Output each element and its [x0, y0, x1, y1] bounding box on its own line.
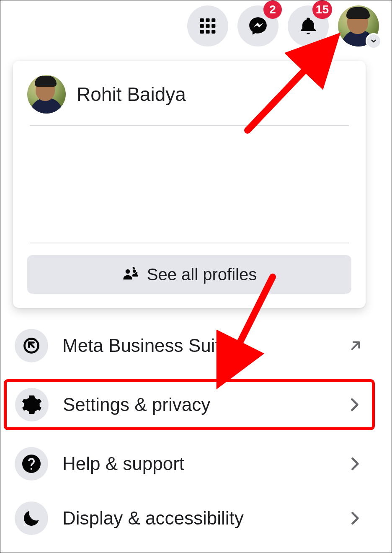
account-menu-list: Meta Business Suite Settings & privacy H…	[3, 308, 376, 541]
svg-rect-6	[200, 30, 204, 34]
notifications-badge: 15	[312, 0, 332, 19]
menu-item-meta-business-suite[interactable]: Meta Business Suite	[6, 323, 372, 368]
svg-rect-2	[211, 18, 215, 22]
notifications-button[interactable]: 15	[288, 5, 329, 47]
profile-spacer	[27, 126, 351, 243]
chevron-right-icon	[346, 509, 364, 527]
see-all-profiles-button[interactable]: See all profiles	[27, 255, 351, 294]
menu-item-label: Meta Business Suite	[62, 335, 333, 356]
svg-rect-4	[206, 24, 209, 28]
profile-link[interactable]: Rohit Baidya	[27, 75, 351, 125]
chevron-right-icon	[345, 395, 364, 414]
svg-point-10	[133, 269, 136, 273]
profile-name: Rohit Baidya	[77, 83, 186, 106]
meta-icon	[15, 329, 48, 362]
topbar: 2 15	[0, 0, 392, 47]
svg-rect-1	[206, 18, 209, 22]
messenger-badge: 2	[263, 0, 282, 19]
chevron-down-icon	[370, 37, 377, 45]
menu-item-help-support[interactable]: Help & support	[6, 441, 372, 486]
svg-rect-3	[200, 24, 204, 28]
menu-item-display-accessibility[interactable]: Display & accessibility	[6, 496, 372, 541]
svg-rect-0	[200, 18, 204, 22]
menu-grid-button[interactable]	[187, 5, 228, 47]
bell-icon	[298, 16, 318, 36]
see-all-profiles-label: See all profiles	[147, 265, 257, 284]
menu-item-label: Help & support	[62, 453, 331, 474]
external-link-icon	[347, 337, 364, 354]
profile-avatar	[27, 75, 66, 114]
divider	[30, 243, 349, 243]
question-icon	[15, 447, 48, 481]
svg-rect-8	[211, 30, 215, 34]
svg-point-9	[126, 269, 130, 274]
svg-rect-5	[211, 24, 215, 28]
menu-item-settings-privacy[interactable]: Settings & privacy	[4, 379, 375, 430]
account-chevron	[366, 33, 382, 49]
gear-icon	[15, 388, 49, 421]
moon-icon	[15, 501, 48, 535]
svg-rect-7	[206, 30, 209, 34]
menu-item-label: Display & accessibility	[62, 508, 331, 529]
grid-icon	[199, 17, 217, 35]
account-dropdown: Rohit Baidya See all profiles Meta Busin…	[3, 56, 376, 541]
profiles-switch-icon	[122, 266, 139, 283]
messenger-icon	[248, 16, 268, 36]
profile-card: Rohit Baidya See all profiles	[13, 61, 366, 308]
menu-item-label: Settings & privacy	[63, 394, 331, 415]
chevron-right-icon	[346, 455, 364, 473]
account-avatar-button[interactable]	[338, 5, 379, 47]
messenger-button[interactable]: 2	[237, 5, 279, 47]
